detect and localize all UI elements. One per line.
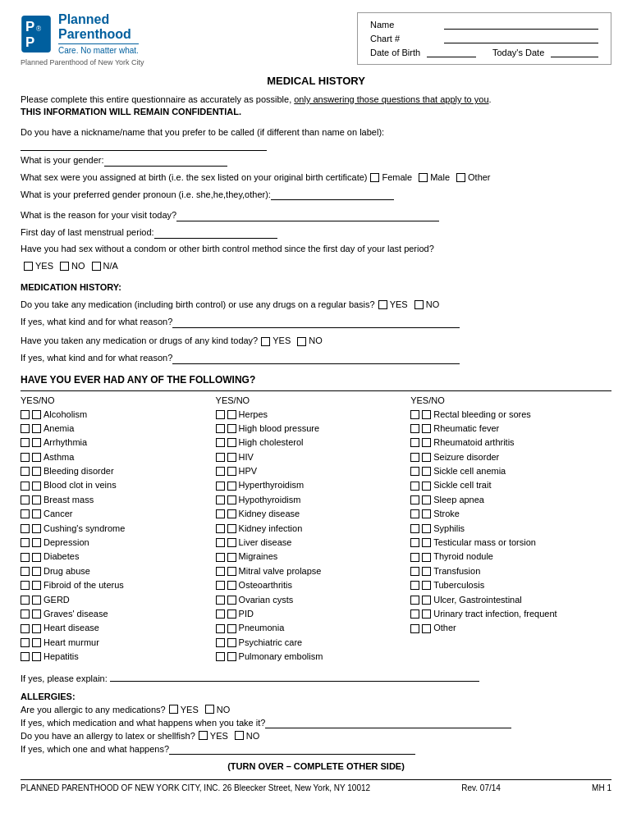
condition-yes-checkbox[interactable] — [21, 567, 30, 576]
condition-yes-checkbox[interactable] — [216, 538, 225, 547]
last-period-field[interactable] — [154, 227, 277, 239]
condition-no-checkbox[interactable] — [32, 624, 41, 633]
condition-no-checkbox[interactable] — [32, 596, 41, 605]
med-q1-no-checkbox[interactable] — [414, 300, 424, 309]
condition-no-checkbox[interactable] — [32, 581, 41, 590]
condition-yes-checkbox[interactable] — [410, 581, 419, 590]
condition-yes-checkbox[interactable] — [410, 553, 419, 562]
med-q2-reason-field[interactable] — [172, 353, 460, 364]
allergy-q2-detail-field[interactable] — [169, 743, 415, 755]
condition-no-checkbox[interactable] — [422, 482, 431, 491]
condition-no-checkbox[interactable] — [227, 638, 236, 647]
gender-field[interactable] — [104, 155, 227, 167]
condition-no-checkbox[interactable] — [32, 609, 41, 619]
condition-yes-checkbox[interactable] — [21, 624, 30, 633]
condition-yes-checkbox[interactable] — [410, 596, 419, 605]
condition-no-checkbox[interactable] — [422, 410, 431, 419]
allergy-q2-yes-checkbox[interactable] — [199, 731, 208, 740]
condition-yes-checkbox[interactable] — [410, 467, 419, 476]
condition-yes-checkbox[interactable] — [21, 609, 30, 619]
condition-yes-checkbox[interactable] — [21, 652, 30, 661]
condition-no-checkbox[interactable] — [422, 424, 431, 433]
condition-yes-checkbox[interactable] — [21, 553, 30, 562]
condition-no-checkbox[interactable] — [32, 638, 41, 647]
condition-yes-checkbox[interactable] — [216, 453, 225, 462]
condition-no-checkbox[interactable] — [227, 467, 236, 476]
condition-yes-checkbox[interactable] — [410, 438, 419, 447]
info-today-line[interactable] — [551, 48, 598, 57]
allergy-q1-detail-field[interactable] — [265, 717, 511, 728]
condition-yes-checkbox[interactable] — [410, 453, 419, 462]
condition-no-checkbox[interactable] — [422, 567, 431, 576]
condition-yes-checkbox[interactable] — [216, 524, 225, 533]
visit-reason-field[interactable] — [176, 210, 439, 221]
condition-yes-checkbox[interactable] — [21, 495, 30, 504]
info-name-line[interactable] — [444, 20, 598, 30]
condition-no-checkbox[interactable] — [32, 509, 41, 518]
condition-yes-checkbox[interactable] — [21, 596, 30, 605]
condition-no-checkbox[interactable] — [227, 509, 236, 518]
condition-yes-checkbox[interactable] — [410, 495, 419, 504]
condition-yes-checkbox[interactable] — [21, 638, 30, 647]
condition-yes-checkbox[interactable] — [216, 581, 225, 590]
condition-yes-checkbox[interactable] — [21, 467, 30, 476]
condition-yes-checkbox[interactable] — [21, 538, 30, 547]
condition-yes-checkbox[interactable] — [216, 567, 225, 576]
condition-yes-checkbox[interactable] — [216, 553, 225, 562]
condition-no-checkbox[interactable] — [422, 581, 431, 590]
condition-no-checkbox[interactable] — [422, 609, 431, 619]
condition-yes-checkbox[interactable] — [21, 482, 30, 491]
condition-no-checkbox[interactable] — [422, 495, 431, 504]
condition-no-checkbox[interactable] — [227, 596, 236, 605]
condition-no-checkbox[interactable] — [32, 495, 41, 504]
allergy-no-checkbox[interactable] — [205, 705, 214, 714]
condition-no-checkbox[interactable] — [32, 652, 41, 661]
condition-yes-checkbox[interactable] — [216, 509, 225, 518]
condition-no-checkbox[interactable] — [422, 509, 431, 518]
condition-yes-checkbox[interactable] — [216, 652, 225, 661]
condition-yes-checkbox[interactable] — [21, 453, 30, 462]
condition-yes-checkbox[interactable] — [410, 482, 419, 491]
condition-no-checkbox[interactable] — [32, 453, 41, 462]
yes-checkbox[interactable] — [24, 262, 33, 271]
condition-no-checkbox[interactable] — [32, 567, 41, 576]
condition-yes-checkbox[interactable] — [410, 609, 419, 619]
explain-field[interactable] — [110, 670, 479, 682]
condition-no-checkbox[interactable] — [422, 467, 431, 476]
info-chart-line[interactable] — [444, 34, 598, 43]
condition-yes-checkbox[interactable] — [410, 567, 419, 576]
condition-yes-checkbox[interactable] — [216, 638, 225, 647]
condition-yes-checkbox[interactable] — [216, 624, 225, 633]
no-checkbox[interactable] — [60, 262, 69, 271]
med-q1-reason-field[interactable] — [172, 317, 460, 328]
allergy-yes-checkbox[interactable] — [169, 705, 178, 714]
condition-yes-checkbox[interactable] — [21, 438, 30, 447]
condition-yes-checkbox[interactable] — [21, 581, 30, 590]
condition-no-checkbox[interactable] — [227, 424, 236, 433]
condition-no-checkbox[interactable] — [227, 438, 236, 447]
condition-yes-checkbox[interactable] — [216, 495, 225, 504]
condition-yes-checkbox[interactable] — [21, 424, 30, 433]
pronoun-field[interactable] — [271, 189, 394, 200]
condition-no-checkbox[interactable] — [227, 538, 236, 547]
condition-no-checkbox[interactable] — [422, 524, 431, 533]
med-q2-yes-checkbox[interactable] — [261, 337, 270, 346]
condition-yes-checkbox[interactable] — [216, 438, 225, 447]
condition-yes-checkbox[interactable] — [216, 424, 225, 433]
condition-no-checkbox[interactable] — [422, 538, 431, 547]
condition-yes-checkbox[interactable] — [410, 624, 419, 633]
other-checkbox[interactable] — [456, 173, 465, 182]
condition-yes-checkbox[interactable] — [216, 482, 225, 491]
condition-no-checkbox[interactable] — [227, 482, 236, 491]
condition-no-checkbox[interactable] — [422, 553, 431, 562]
condition-no-checkbox[interactable] — [227, 609, 236, 619]
condition-yes-checkbox[interactable] — [216, 596, 225, 605]
male-checkbox[interactable] — [419, 173, 428, 182]
condition-yes-checkbox[interactable] — [410, 509, 419, 518]
condition-no-checkbox[interactable] — [422, 453, 431, 462]
condition-yes-checkbox[interactable] — [410, 538, 419, 547]
info-dob-line[interactable] — [427, 48, 476, 57]
condition-no-checkbox[interactable] — [227, 495, 236, 504]
condition-yes-checkbox[interactable] — [21, 509, 30, 518]
female-checkbox[interactable] — [370, 173, 379, 182]
